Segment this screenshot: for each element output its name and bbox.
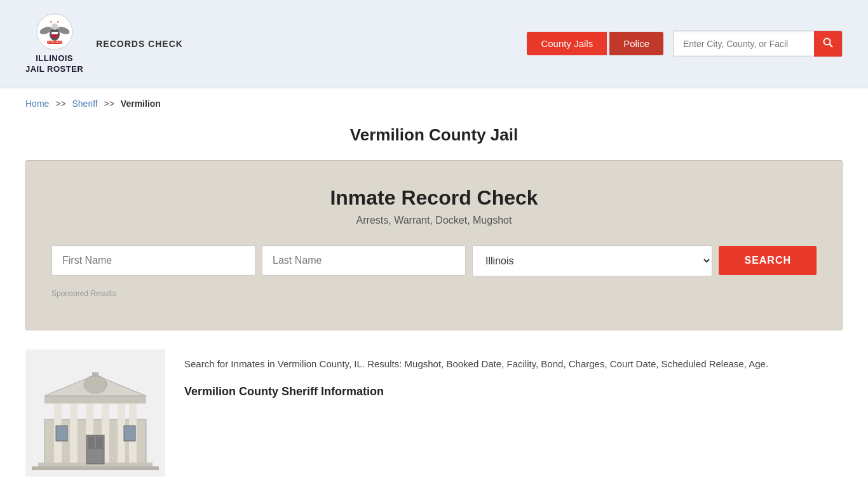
header: ★ ★ STATE SEAL ILLINOIS JAIL ROSTER RECO…: [0, 0, 868, 88]
svg-rect-24: [92, 372, 98, 377]
courthouse-illustration: [25, 349, 165, 479]
search-icon: [823, 37, 833, 48]
header-left: ★ ★ STATE SEAL ILLINOIS JAIL ROSTER RECO…: [25, 13, 183, 75]
svg-point-11: [824, 38, 831, 44]
search-panel-subtitle: Arrests, Warrant, Docket, Mugshot: [51, 215, 817, 226]
inmate-search-panel: Inmate Record Check Arrests, Warrant, Do…: [25, 160, 843, 330]
svg-rect-21: [44, 396, 146, 403]
svg-rect-28: [88, 437, 95, 449]
breadcrumb-home[interactable]: Home: [25, 98, 49, 109]
logo-text: ILLINOIS JAIL ROSTER: [25, 53, 83, 75]
breadcrumb-sheriff[interactable]: Sheriff: [72, 98, 98, 109]
svg-text:STATE SEAL: STATE SEAL: [47, 41, 62, 44]
state-select[interactable]: Illinois: [472, 245, 712, 276]
breadcrumb-sep-2: >>: [104, 98, 114, 109]
svg-rect-26: [32, 466, 159, 470]
police-button[interactable]: Police: [609, 32, 663, 55]
last-name-input[interactable]: [262, 245, 466, 276]
svg-line-12: [830, 44, 833, 47]
breadcrumb: Home >> Sheriff >> Vermilion: [0, 88, 868, 119]
bottom-description-text: Search for Inmates in Vermilion County, …: [184, 356, 768, 372]
page-title: Vermilion County Jail: [25, 125, 843, 145]
first-name-input[interactable]: [51, 245, 255, 276]
search-form-row: Illinois SEARCH: [51, 245, 817, 276]
logo-link[interactable]: ★ ★ STATE SEAL ILLINOIS JAIL ROSTER: [25, 13, 83, 75]
svg-point-23: [84, 376, 107, 393]
records-check-link[interactable]: RECORDS CHECK: [96, 39, 183, 49]
search-button[interactable]: SEARCH: [719, 246, 817, 275]
header-search-bar: [674, 30, 843, 57]
sponsored-label: Sponsored Results: [51, 289, 817, 298]
svg-point-4: [51, 24, 58, 30]
svg-rect-29: [96, 437, 103, 449]
bottom-section: Search for Inmates in Vermilion County, …: [0, 349, 868, 479]
svg-rect-16: [70, 400, 78, 464]
search-panel-title: Inmate Record Check: [51, 186, 817, 210]
svg-rect-31: [124, 426, 135, 441]
bottom-sheriff-heading: Vermilion County Sheriff Information: [184, 382, 768, 402]
breadcrumb-current: Vermilion: [121, 98, 161, 109]
county-jails-button[interactable]: County Jails: [527, 32, 607, 55]
breadcrumb-sep-1: >>: [55, 98, 65, 109]
courthouse-svg-icon: [25, 349, 165, 477]
svg-rect-30: [56, 426, 67, 441]
header-search-button[interactable]: [814, 31, 842, 57]
svg-rect-6: [51, 32, 58, 34]
nav-buttons: County Jails Police: [527, 32, 663, 55]
illinois-seal-icon: ★ ★ STATE SEAL: [36, 13, 74, 51]
header-search-input[interactable]: [674, 32, 814, 55]
header-right: County Jails Police: [527, 30, 843, 57]
bottom-description: Search for Inmates in Vermilion County, …: [184, 349, 768, 402]
